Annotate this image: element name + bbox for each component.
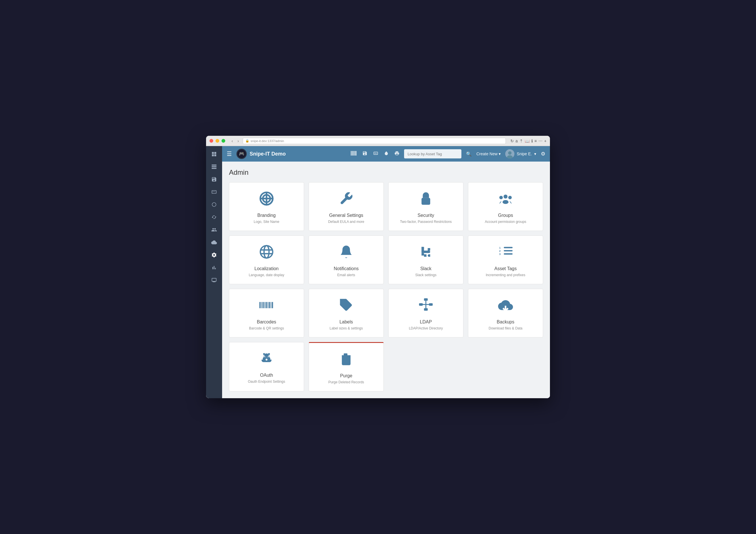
barcodes-icon [259,298,274,315]
create-new-button[interactable]: Create New ▾ [476,151,501,156]
svg-text:🎮: 🎮 [239,151,244,156]
sidebar-item-cloud[interactable] [208,237,220,248]
svg-rect-37 [259,302,260,308]
backups-subtitle: Download files & Data [489,326,523,330]
admin-cards-grid: BrandingLogo, Site NameGeneral SettingsD… [229,182,543,391]
backups-icon [498,298,513,315]
svg-rect-41 [266,302,267,308]
localization-subtitle: Language, date display [249,273,284,277]
forward-button[interactable]: › [236,138,241,144]
sidebar-item-components[interactable] [208,211,220,223]
card-localization[interactable]: LocalizationLanguage, date display [229,235,304,284]
close-button[interactable] [209,139,213,143]
svg-point-14 [508,151,512,155]
search-button[interactable]: 🔍 [466,151,472,157]
sidebar-item-reports[interactable] [208,262,220,273]
svg-text:2: 2 [499,250,501,253]
user-avatar [505,149,514,158]
hamburger-button[interactable]: ☰ [227,150,232,157]
svg-rect-40 [264,302,265,308]
general-settings-title: General Settings [329,213,363,218]
card-general-settings[interactable]: General SettingsDefault EULA and more [309,182,384,231]
localization-title: Localization [255,266,279,271]
brand-avatar: 🎮 [236,149,247,159]
notifications-title: Notifications [334,266,359,271]
svg-rect-8 [353,151,353,156]
card-labels[interactable]: LabelsLabel sizes & settings [309,289,384,337]
ldap-icon [418,298,433,315]
sidebar-item-consumables[interactable] [208,199,220,210]
share-icon[interactable]: ⇡ [520,139,523,143]
general-settings-subtitle: Default EULA and more [328,220,364,224]
branding-icon [259,191,274,208]
localization-icon [259,244,274,261]
card-slack[interactable]: SlackSlack settings [388,235,463,284]
asset-tags-icon: 123 [498,244,513,261]
asset-tags-subtitle: Incrementing and prefixes [486,273,525,277]
sidebar-item-licenses[interactable] [208,174,220,185]
svg-rect-45 [272,302,273,308]
save-nav-icon[interactable] [362,151,367,157]
notifications-icon [339,244,354,261]
layers-icon[interactable]: ≡ [534,139,537,143]
url-bar[interactable]: 🔒 snipe-it.dev:1337/admin [243,138,506,144]
sidebar-item-accessories[interactable] [208,186,220,198]
page-content: Admin BrandingLogo, Site NameGeneral Set… [222,162,550,398]
bookmark-icon[interactable]: 📖 [525,139,529,143]
purge-title: Purge [340,373,353,378]
lock-icon: 🔒 [245,139,249,143]
app-window: ‹ › 🔒 snipe-it.dev:1337/admin ↻ a ⇡ 📖 ℹ … [206,136,550,398]
barcodes-subtitle: Barcode & QR settings [249,326,284,330]
asset-tag-search[interactable] [404,149,461,158]
sidebar-item-desktop[interactable] [208,275,220,286]
asset-tags-title: Asset Tags [494,266,517,271]
card-notifications[interactable]: NotificationsEmail alerts [309,235,384,284]
slack-icon [418,244,433,261]
add-tab-icon[interactable]: + [544,139,547,143]
barcodes-title: Barcodes [257,319,276,325]
back-button[interactable]: ‹ [230,138,235,144]
barcode-icon[interactable] [351,151,357,157]
nav-buttons: ‹ › [230,138,240,144]
svg-text:3: 3 [499,253,501,255]
card-groups[interactable]: GroupsAccount permission groups [468,182,543,231]
topnav-gear-icon[interactable]: ⚙ [541,151,545,157]
card-barcodes[interactable]: BarcodesBarcode & QR settings [229,289,304,337]
card-ldap[interactable]: LDAPLDAP/Active Directory [388,289,463,337]
droplet-nav-icon[interactable] [384,151,389,157]
card-branding[interactable]: BrandingLogo, Site Name [229,182,304,231]
minimize-button[interactable] [216,139,219,143]
info-icon[interactable]: ℹ [531,139,533,143]
sidebar-item-assets[interactable] [208,161,220,173]
svg-point-59 [268,353,270,355]
purge-subtitle: Purge Deleted Records [328,380,364,384]
keyboard-nav-icon[interactable] [373,151,378,157]
labels-subtitle: Label sizes & settings [330,326,363,330]
sidebar-item-settings[interactable] [208,249,220,261]
user-name: Snipe E. [517,151,532,156]
svg-rect-42 [267,302,268,308]
refresh-icon[interactable]: ↻ [510,139,514,143]
slack-subtitle: Slack settings [415,273,437,277]
labels-title: Labels [339,319,353,325]
svg-point-25 [508,196,512,199]
printer-nav-icon[interactable] [394,151,399,157]
user-menu[interactable]: Snipe E. ▾ [505,149,536,158]
svg-rect-44 [271,302,271,308]
card-oauth[interactable]: OAuthOauth Endpoint Settings [229,342,304,391]
svg-point-58 [263,353,265,355]
sidebar-item-dashboard[interactable] [208,148,220,160]
svg-point-22 [425,200,427,202]
amazon-icon[interactable]: a [516,139,518,143]
security-subtitle: Two-factor, Password Restrictions [400,220,452,224]
user-caret: ▾ [534,151,536,156]
maximize-button[interactable] [222,139,225,143]
card-purge[interactable]: PurgePurge Deleted Records [309,342,384,391]
card-backups[interactable]: BackupsDownload files & Data [468,289,543,337]
card-asset-tags[interactable]: 123Asset TagsIncrementing and prefixes [468,235,543,284]
card-security[interactable]: SecurityTwo-factor, Password Restriction… [388,182,463,231]
svg-rect-11 [355,151,356,156]
svg-point-24 [499,196,503,199]
sidebar-item-people[interactable] [208,224,220,235]
menu-icon[interactable]: ⋯ [538,139,543,143]
